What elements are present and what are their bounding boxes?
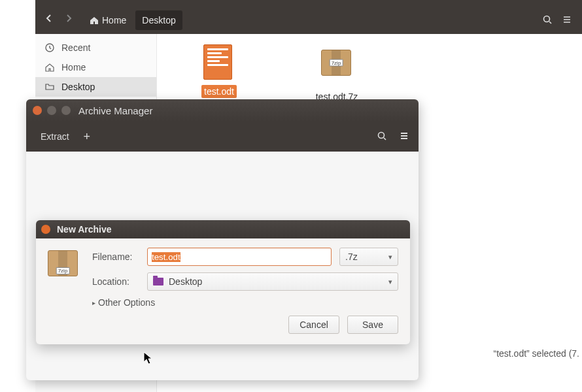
svg-point-0: [544, 16, 550, 22]
triangle-right-icon: ▸: [92, 299, 95, 306]
add-button[interactable]: +: [84, 130, 91, 144]
home-icon: [44, 62, 55, 73]
forward-button[interactable]: [60, 12, 77, 29]
breadcrumb-desktop-label: Desktop: [142, 15, 175, 25]
new-archive-titlebar[interactable]: New Archive: [36, 220, 410, 238]
filename-input[interactable]: [147, 248, 332, 266]
new-archive-dialog: New Archive 7zip Filename: .7z ▾ Locatio…: [36, 220, 410, 344]
breadcrumb-home-label: Home: [102, 15, 126, 25]
sidebar-item-home[interactable]: Home: [35, 57, 156, 77]
file-manager-titlebar-fragment: [35, 0, 582, 7]
extension-value: .7z: [345, 252, 358, 262]
filename-label: Filename:: [92, 252, 139, 262]
location-value: Desktop: [169, 276, 202, 287]
chevron-down-icon: ▾: [388, 253, 392, 261]
search-icon: [377, 131, 387, 141]
menu-button[interactable]: [399, 131, 409, 143]
mouse-cursor: [143, 351, 154, 368]
save-button[interactable]: Save: [347, 316, 398, 334]
search-button[interactable]: [377, 131, 387, 143]
odt-file-icon: [203, 44, 232, 80]
other-options-expander[interactable]: ▸ Other Options: [92, 297, 398, 308]
sidebar-item-label: Home: [61, 62, 86, 73]
breadcrumb-desktop[interactable]: Desktop: [135, 10, 182, 30]
status-bar: “test.odt” selected (7.: [419, 345, 582, 362]
breadcrumb-home[interactable]: Home: [82, 10, 133, 30]
new-archive-icon: 7zip: [48, 248, 84, 278]
plus-icon: +: [84, 130, 91, 143]
window-maximize-button[interactable]: [61, 106, 71, 115]
archive-manager-titlebar[interactable]: Archive Manager: [26, 99, 419, 122]
clock-icon: [44, 42, 55, 53]
dialog-close-button[interactable]: [41, 225, 50, 234]
list-icon: [562, 14, 572, 25]
extract-button[interactable]: Extract: [35, 127, 75, 146]
file-manager-toolbar: Home Desktop: [35, 7, 582, 34]
archive-badge: 7zip: [56, 267, 70, 274]
home-icon: [89, 15, 99, 25]
chevron-left-icon: [44, 13, 54, 24]
back-button[interactable]: [41, 12, 58, 29]
dialog-title: New Archive: [57, 224, 112, 235]
status-text: “test.odt” selected (7.: [493, 348, 579, 359]
hamburger-icon: [399, 131, 409, 141]
window-title: Archive Manager: [78, 105, 152, 116]
folder-icon: [44, 82, 55, 92]
window-close-button[interactable]: [33, 106, 42, 115]
sidebar-item-label: Recent: [61, 42, 90, 53]
svg-point-2: [379, 132, 385, 138]
extension-select[interactable]: .7z ▾: [339, 248, 398, 266]
save-label: Save: [362, 319, 383, 330]
file-item-test-odt-7z[interactable]: 7zip test.odt.7z: [301, 44, 373, 103]
sidebar-item-recent[interactable]: Recent: [35, 38, 156, 57]
cancel-label: Cancel: [300, 319, 328, 330]
chevron-down-icon: ▾: [388, 278, 392, 286]
other-options-label: Other Options: [98, 297, 155, 308]
sidebar-item-label: Desktop: [61, 82, 95, 92]
search-button[interactable]: [538, 14, 557, 27]
location-select[interactable]: Desktop ▾: [147, 272, 398, 291]
window-minimize-button[interactable]: [47, 106, 56, 115]
file-item-test-odt[interactable]: test.odt: [183, 44, 255, 98]
search-icon: [542, 14, 553, 25]
view-list-button[interactable]: [557, 14, 577, 27]
chevron-right-icon: [63, 13, 74, 24]
archive-file-icon: 7zip: [321, 50, 351, 76]
folder-icon: [153, 278, 163, 286]
archive-manager-toolbar: Extract +: [26, 122, 419, 152]
location-label: Location:: [92, 276, 139, 287]
archive-badge: 7zip: [330, 59, 343, 67]
file-label: test.odt: [201, 85, 237, 98]
sidebar-item-desktop[interactable]: Desktop: [35, 77, 156, 97]
cancel-button[interactable]: Cancel: [288, 316, 339, 334]
extract-label: Extract: [41, 131, 69, 142]
